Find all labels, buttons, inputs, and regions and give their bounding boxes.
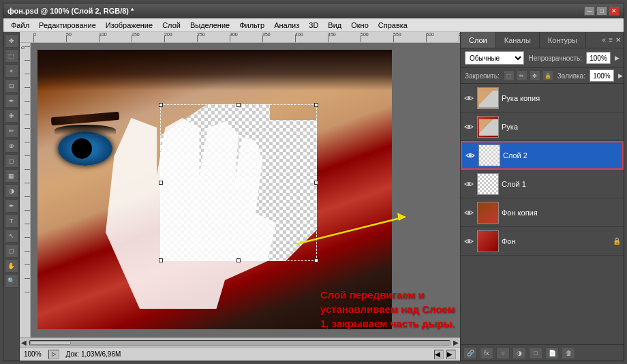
fill-label: Заливка: (557, 72, 585, 80)
scroll-track[interactable] (29, 340, 450, 346)
tool-move[interactable]: ✥ (5, 34, 18, 48)
layer-name-ruka-copy: Рука копия (502, 94, 621, 102)
menu-image[interactable]: Изображение (101, 20, 157, 31)
nav-next[interactable]: ▶ (446, 350, 456, 359)
layer-eye-sloy1[interactable] (463, 179, 474, 189)
tool-gradient[interactable]: ▦ (5, 169, 18, 183)
panel-collapse[interactable]: « (602, 36, 607, 44)
svg-point-6 (468, 211, 470, 214)
tab-channels[interactable]: Каналы (496, 32, 540, 48)
add-group-button[interactable]: □ (529, 347, 542, 359)
menu-bar: Файл Редактирование Изображение Слой Выд… (3, 18, 624, 32)
window-controls: ─ □ ✕ (584, 6, 620, 16)
tool-crop[interactable]: ⊡ (5, 79, 18, 93)
menu-select[interactable]: Выделение (185, 20, 234, 31)
fill-input[interactable] (590, 70, 614, 82)
menu-3d[interactable]: 3D (304, 20, 323, 31)
zoom-level: 100% (24, 350, 42, 358)
blend-mode-select[interactable]: Обычные (465, 51, 524, 65)
layer-thumb-fon (477, 230, 499, 252)
svg-point-2 (468, 97, 470, 100)
layer-eye-fon-copy[interactable] (463, 207, 474, 218)
layer-name-sloy2: Слой 2 (503, 151, 620, 160)
menu-layer[interactable]: Слой (157, 20, 185, 31)
lock-icons: ⬚ ✏ ✥ 🔒 (504, 70, 553, 81)
opacity-label: Непрозрачность: (528, 55, 582, 62)
panel-tabs: Слои Каналы Контуры « ≡ ✕ (461, 32, 624, 48)
layer-thumb-fon-copy (477, 202, 499, 224)
lock-move[interactable]: ✥ (530, 70, 540, 81)
layer-row[interactable]: Рука копия (461, 84, 624, 112)
panel-toolbar: 🔗 fx ○ ◑ □ 📄 🗑 (461, 344, 624, 361)
layer-name-fon-copy: Фон копия (502, 209, 621, 217)
svg-point-4 (469, 154, 472, 157)
canvas-viewport[interactable]: Слой передвигаем и устанавливаем над Сло… (31, 43, 460, 337)
menu-help[interactable]: Справка (373, 20, 412, 31)
add-mask-button[interactable]: ○ (496, 347, 510, 359)
svg-marker-1 (397, 213, 406, 221)
tool-eraser[interactable]: ◻ (5, 154, 18, 168)
lock-fill-row: Закрепить: ⬚ ✏ ✥ 🔒 Заливка: ▶ (461, 68, 624, 84)
fx-button[interactable]: fx (480, 347, 493, 359)
menu-edit[interactable]: Редактирование (34, 20, 101, 31)
add-adjustment-button[interactable]: ◑ (513, 347, 526, 359)
layer-thumb-sloy2 (478, 145, 500, 166)
lock-all[interactable]: 🔒 (542, 70, 553, 81)
layer-row[interactable]: Слой 1 (461, 170, 624, 198)
tools-panel: ✥ ⬚ ⌖ ⊡ ✒ ✙ ✏ ⊕ ◻ ▦ ◑ ✒ T ↖ ◻ ✋ 🔍 (3, 32, 20, 361)
maximize-button[interactable]: □ (596, 6, 607, 16)
add-layer-button[interactable]: 📄 (545, 347, 559, 359)
tool-stamp[interactable]: ⊕ (5, 139, 18, 153)
layer-row[interactable]: Фон копия (461, 198, 624, 227)
photoshop-window: фон.psd @ 100% (Слой 2, RGB/8) * ─ □ ✕ Ф… (3, 3, 624, 361)
layer-eye-sloy2[interactable] (465, 150, 476, 161)
tool-hand[interactable]: ✋ (5, 259, 18, 273)
nav-prev[interactable]: ◀ (434, 350, 444, 359)
horizontal-scrollbar[interactable]: ◀ ▶ (20, 337, 460, 347)
minimize-button[interactable]: ─ (584, 6, 595, 16)
tool-path-select[interactable]: ↖ (5, 229, 18, 243)
tool-pen[interactable]: ✒ (5, 199, 18, 213)
opacity-arrow[interactable]: ▶ (615, 55, 620, 61)
lock-paint[interactable]: ✏ (517, 70, 527, 81)
blend-opacity-controls: Обычные Непрозрачность: ▶ (461, 48, 624, 68)
tool-heal[interactable]: ✙ (5, 109, 18, 123)
fill-arrow[interactable]: ▶ (618, 72, 623, 79)
tool-lasso[interactable]: ⌖ (5, 64, 18, 78)
tool-text[interactable]: T (5, 214, 18, 228)
menu-filter[interactable]: Фильтр (234, 20, 269, 31)
status-icon[interactable]: ▷ (48, 350, 59, 359)
menu-analysis[interactable]: Анализ (269, 20, 304, 31)
link-layers-button[interactable]: 🔗 (463, 347, 477, 359)
lock-label: Закрепить: (465, 72, 500, 80)
scroll-thumb[interactable] (30, 341, 71, 345)
tool-shape[interactable]: ◻ (5, 244, 18, 258)
layer-row-selected[interactable]: Слой 2 (461, 141, 624, 170)
panel-menu[interactable]: ≡ (609, 36, 613, 44)
doc-info: Док: 1,03М/6,96М (66, 350, 121, 358)
layer-thumb-ruka (477, 116, 499, 138)
layer-row[interactable]: Рука (461, 112, 624, 141)
lock-transparent[interactable]: ⬚ (504, 70, 515, 81)
layer-eye-fon[interactable] (463, 236, 474, 247)
svg-point-5 (468, 183, 470, 185)
tool-eyedropper[interactable]: ✒ (5, 94, 18, 108)
layer-eye-ruka[interactable] (463, 121, 474, 132)
layer-name-sloy1: Слой 1 (502, 180, 621, 188)
close-button[interactable]: ✕ (609, 6, 620, 16)
menu-file[interactable]: Файл (6, 20, 34, 31)
opacity-input[interactable] (586, 52, 611, 64)
layer-eye-ruka-copy[interactable] (463, 93, 474, 104)
tab-paths[interactable]: Контуры (540, 32, 586, 48)
tool-zoom[interactable]: 🔍 (5, 274, 18, 288)
delete-layer-button[interactable]: 🗑 (562, 347, 575, 359)
menu-view[interactable]: Вид (323, 20, 346, 31)
menu-window[interactable]: Окно (346, 20, 373, 31)
title-bar: фон.psd @ 100% (Слой 2, RGB/8) * ─ □ ✕ (3, 3, 624, 18)
tab-layers[interactable]: Слои (461, 32, 496, 48)
tool-dodge[interactable]: ◑ (5, 184, 18, 198)
tool-brush[interactable]: ✏ (5, 124, 18, 138)
tool-select[interactable]: ⬚ (5, 49, 18, 63)
panel-expand[interactable]: ✕ (615, 36, 621, 44)
layer-row[interactable]: Фон 🔒 (461, 227, 624, 256)
